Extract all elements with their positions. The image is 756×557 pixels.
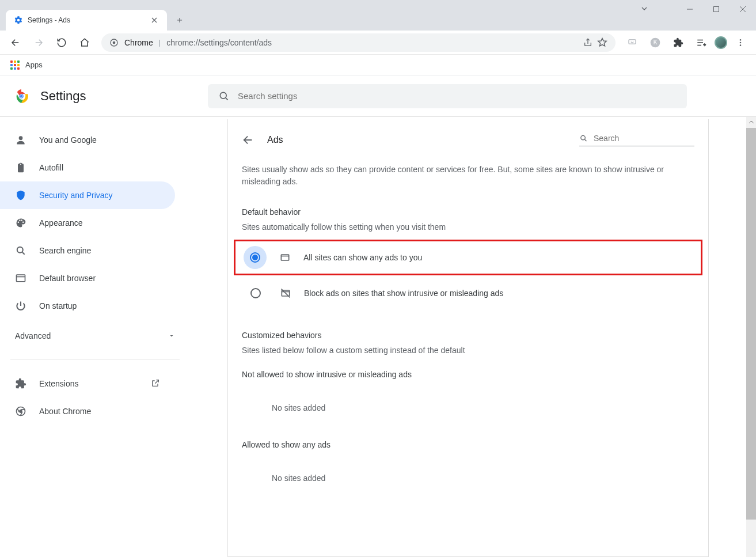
search-settings-input[interactable]: [238, 91, 677, 101]
allowed-title: Allowed to show any ads: [242, 440, 694, 449]
clipboard-icon: [15, 162, 26, 173]
svg-point-12: [20, 94, 22, 97]
sidebar-item-security-and-privacy[interactable]: Security and Privacy: [0, 181, 175, 209]
card-search-input[interactable]: [594, 134, 694, 143]
sidebar-item-you-and-google[interactable]: You and Google: [0, 126, 175, 154]
sidebar-item-label: On startup: [39, 301, 77, 310]
svg-text:K: K: [654, 39, 658, 46]
sidebar-item-label: Autofill: [39, 163, 63, 172]
minimize-button[interactable]: [677, 0, 703, 18]
web-asset-off-icon: [280, 287, 291, 299]
menu-dots-icon[interactable]: [731, 33, 750, 52]
sidebar-item-appearance[interactable]: Appearance: [0, 209, 175, 237]
extensions-puzzle-icon[interactable]: [668, 33, 688, 52]
sidebar-item-search-engine[interactable]: Search engine: [0, 237, 175, 264]
not-allowed-title: Not allowed to show intrusive or mislead…: [242, 370, 694, 379]
omnibox-scheme: Chrome: [124, 38, 153, 47]
tab-title: Settings - Ads: [28, 16, 145, 24]
advanced-label: Advanced: [15, 331, 51, 340]
pocket-icon[interactable]: [622, 33, 642, 52]
omnibox-separator: |: [159, 38, 161, 47]
maximize-button[interactable]: [703, 0, 730, 18]
nav-toolbar: Chrome | chrome://settings/content/ads K: [0, 31, 756, 55]
scroll-up-arrow-icon[interactable]: [746, 117, 756, 127]
back-button[interactable]: [6, 33, 25, 52]
sidebar-advanced-toggle[interactable]: Advanced: [0, 323, 190, 348]
apps-grid-icon[interactable]: [10, 60, 20, 70]
close-window-button[interactable]: [730, 0, 756, 18]
card-search-field[interactable]: [579, 133, 694, 146]
no-sites-allowed-text: No sites added: [242, 461, 694, 495]
home-button[interactable]: [75, 33, 94, 52]
sidebar-item-label: Security and Privacy: [39, 191, 113, 200]
svg-rect-16: [17, 275, 25, 282]
share-icon[interactable]: [583, 38, 592, 47]
settings-title: Settings: [40, 89, 86, 104]
radio-option-block-ads[interactable]: Block ads on sites that show intrusive o…: [242, 275, 694, 311]
default-behavior-sub: Sites automatically follow this setting …: [242, 222, 694, 232]
close-icon[interactable]: [150, 16, 159, 25]
shield-icon: [15, 190, 26, 201]
main-content: You and Google Autofill Security and Pri…: [0, 117, 756, 557]
apps-label[interactable]: Apps: [25, 60, 43, 69]
bookmark-star-icon[interactable]: [597, 37, 607, 48]
content-area: Ads Sites usually show ads so they can p…: [190, 117, 746, 557]
svg-rect-0: [714, 7, 719, 12]
svg-point-15: [17, 247, 23, 253]
search-icon: [15, 245, 26, 256]
sidebar-item-label: You and Google: [39, 135, 97, 145]
browser-tab[interactable]: Settings - Ads: [6, 10, 167, 31]
customized-title: Customized behaviors: [242, 331, 694, 340]
customized-sub: Sites listed below follow a custom setti…: [242, 346, 694, 355]
sidebar-item-label: About Chrome: [39, 407, 91, 416]
omnibox-url: chrome://settings/content/ads: [166, 38, 578, 47]
svg-point-19: [581, 135, 586, 140]
intro-text: Sites usually show ads so they can provi…: [242, 164, 694, 188]
reading-list-icon[interactable]: [692, 33, 711, 52]
radio-option-allow-ads[interactable]: All sites can show any ads to you: [234, 240, 702, 275]
person-icon: [15, 134, 26, 146]
sidebar-item-label: Default browser: [39, 274, 96, 283]
sidebar-item-extensions[interactable]: Extensions: [0, 370, 175, 397]
back-arrow-icon[interactable]: [242, 134, 254, 146]
sidebar-item-label: Extensions: [39, 379, 78, 388]
sidebar-item-label: Appearance: [39, 218, 83, 228]
reload-button[interactable]: [52, 33, 71, 52]
external-link-icon: [151, 378, 160, 389]
page-title: Ads: [267, 135, 283, 145]
sidebar-item-label: Search engine: [39, 246, 91, 255]
omnibox[interactable]: Chrome | chrome://settings/content/ads: [101, 33, 616, 52]
svg-point-8: [740, 44, 742, 46]
search-settings-field[interactable]: [208, 84, 687, 108]
svg-point-14: [19, 136, 23, 140]
profile-avatar[interactable]: [715, 36, 727, 49]
sidebar-item-autofill[interactable]: Autofill: [0, 154, 175, 181]
svg-rect-20: [281, 255, 288, 260]
radio-selected-indicator: [244, 246, 267, 269]
sidebar-item-about-chrome[interactable]: About Chrome: [0, 397, 175, 425]
settings-header: Settings: [0, 75, 756, 117]
tab-overflow-chevron-icon[interactable]: [640, 4, 649, 15]
scrollbar[interactable]: [746, 117, 756, 557]
chevron-down-icon: [168, 332, 175, 339]
titlebar: Settings - Ads: [0, 0, 756, 31]
sidebar-divider: [10, 359, 180, 359]
chrome-outline-icon: [15, 406, 26, 417]
no-sites-blocked-text: No sites added: [242, 391, 694, 425]
browser-window-icon: [15, 272, 26, 284]
radio-unselected-indicator: [244, 282, 267, 305]
sidebar-item-default-browser[interactable]: Default browser: [0, 264, 175, 292]
bookmarks-bar: Apps: [0, 55, 756, 75]
web-asset-icon: [279, 252, 291, 263]
account-k-icon[interactable]: K: [645, 33, 665, 52]
svg-point-6: [740, 39, 742, 41]
settings-gear-icon: [14, 16, 23, 25]
new-tab-button[interactable]: [172, 12, 188, 28]
forward-button[interactable]: [29, 33, 48, 52]
power-icon: [15, 300, 26, 312]
scrollbar-thumb[interactable]: [746, 128, 756, 520]
sidebar-item-on-startup[interactable]: On startup: [0, 292, 175, 320]
chrome-icon: [109, 38, 119, 47]
svg-point-7: [740, 41, 742, 43]
extensions-puzzle-icon: [15, 378, 26, 389]
